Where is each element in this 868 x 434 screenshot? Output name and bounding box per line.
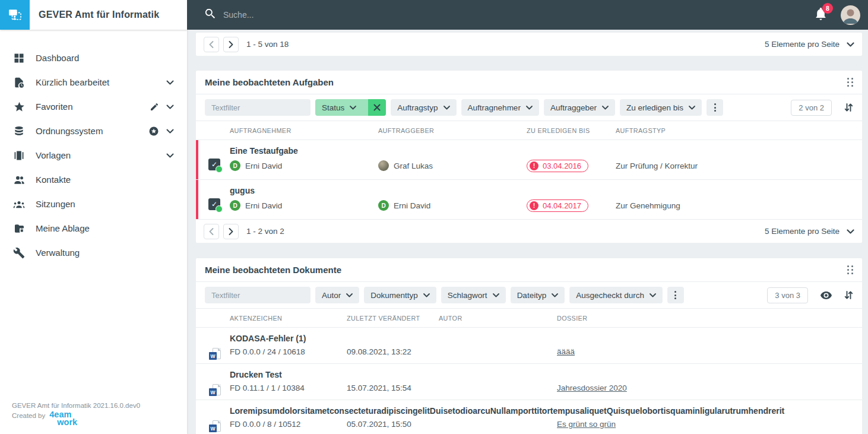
sidebar-item-kontakte[interactable]: Kontakte: [0, 167, 187, 192]
sort-icon[interactable]: [844, 290, 853, 300]
avatar: D: [230, 200, 240, 211]
last-modified: 05.07.2021, 15:50: [347, 420, 439, 429]
filter-auftragnehmer[interactable]: Auftragnehmer: [461, 99, 539, 116]
chevron-down-icon: [526, 106, 533, 110]
chevron-down-icon: [423, 293, 430, 297]
dashboard-icon: [12, 52, 26, 64]
sidebar-nav: Dashboard Kürzlich bearbeitet Favoriten: [0, 30, 187, 265]
textfilter-input[interactable]: [205, 99, 311, 116]
issuer: Graf Lukas: [378, 160, 527, 171]
dossier-link[interactable]: Es grünt so grün: [557, 420, 616, 429]
filter-schlagwort[interactable]: Schlagwort: [441, 287, 506, 303]
watched-tasks-panel: Meine beobachteten Aufgaben Status Auftr…: [196, 71, 862, 243]
avatar: [378, 160, 389, 171]
filter-auftragstyp[interactable]: Auftragstyp: [391, 99, 456, 116]
chevron-down-icon: [602, 106, 609, 110]
reference-number: FD 0.0.0 / 24 / 10618: [230, 347, 347, 356]
task-title[interactable]: gugus: [230, 186, 853, 195]
chevron-down-icon: [346, 293, 353, 297]
sidebar-item-verwaltung[interactable]: Verwaltung: [0, 240, 187, 265]
avatar[interactable]: [841, 5, 860, 25]
kebab-icon[interactable]: [667, 287, 684, 303]
panel-title: Meine beobachteten Dokumente: [205, 265, 341, 275]
assignee: D Erni David: [230, 200, 378, 211]
docs-table-header: AKTENZEICHEN ZULETZT VERÄNDERT AUTOR DOS…: [196, 309, 862, 328]
eye-icon[interactable]: [821, 292, 832, 299]
4teamwork-logo: 4eam work: [49, 411, 77, 426]
watched-documents-panel: Meine beobachteten Dokumente Autor Dokum…: [196, 258, 862, 434]
chevron-down-icon[interactable]: [166, 104, 174, 109]
panel-title: Meine beobachteten Aufgaben: [205, 77, 334, 87]
sidebar-item-kuerzlich-bearbeitet[interactable]: Kürzlich bearbeitet: [0, 70, 187, 94]
table-row[interactable]: ✓ Eine Testaufgabe D Erni David Graf Luk…: [196, 140, 862, 180]
sidebar-item-favoriten[interactable]: Favoriten: [0, 94, 187, 119]
word-document-icon: W: [209, 384, 221, 397]
wrench-icon: [12, 247, 26, 259]
chevron-down-icon[interactable]: [166, 129, 174, 134]
result-count: 2 von 2: [791, 100, 832, 116]
sort-icon[interactable]: [844, 103, 853, 112]
search-placeholder: Suche...: [223, 10, 254, 20]
textfilter-input[interactable]: [205, 287, 311, 303]
task-title[interactable]: Eine Testaufgabe: [230, 146, 853, 156]
sidebar-item-vorlagen[interactable]: Vorlagen: [0, 143, 187, 167]
table-row[interactable]: ✓ gugus D Erni David D Erni David ! 04.0…: [196, 180, 862, 220]
star-icon: [12, 101, 26, 113]
filter-auftraggeber[interactable]: Auftraggeber: [544, 99, 615, 116]
app-logo-icon[interactable]: [0, 0, 30, 30]
last-modified: 15.07.2021, 15:54: [347, 384, 439, 392]
result-count: 3 von 3: [767, 287, 808, 303]
main-content: 1 - 5 von 18 5 Elemente pro Seite Meine …: [187, 30, 868, 434]
reference-number: FD 0.11.1 / 1 / 10384: [230, 384, 347, 392]
sidebar-item-ordnungssystem[interactable]: Ordnungssystem: [0, 119, 187, 143]
reference-number: FD 0.0.0 / 8 / 10512: [230, 420, 347, 429]
drag-handle-icon[interactable]: [847, 78, 853, 87]
document-title[interactable]: Loremipsumdolorsitametconsecteturadipisc…: [230, 406, 853, 416]
word-document-icon: W: [209, 348, 221, 361]
top-bar: GEVER Amt für Informatik Suche... 8: [0, 0, 868, 30]
next-page-button[interactable]: [223, 37, 239, 52]
dossier-link[interactable]: Jahresdossier 2020: [557, 384, 627, 392]
table-row[interactable]: W KODASA-Fehler (1) FD 0.0.0 / 24 / 1061…: [196, 328, 862, 364]
search-input[interactable]: Suche...: [205, 8, 254, 21]
sidebar-item-meine-ablage[interactable]: Meine Ablage: [0, 216, 187, 240]
favorite-badge-icon[interactable]: [148, 126, 159, 137]
private-folder-icon: [12, 223, 26, 235]
table-row[interactable]: W Drucken Test FD 0.11.1 / 1 / 10384 15.…: [196, 364, 862, 400]
task-icon: ✓: [208, 198, 220, 210]
drag-handle-icon[interactable]: [847, 265, 853, 274]
per-page-selector[interactable]: 5 Elemente pro Seite: [765, 40, 854, 49]
filter-dokumenttyp[interactable]: Dokumenttyp: [364, 287, 436, 303]
filter-zu-erledigen-bis[interactable]: Zu erledigen bis: [620, 99, 702, 116]
sidebar-item-dashboard[interactable]: Dashboard: [0, 46, 187, 70]
next-page-button[interactable]: [223, 224, 239, 239]
assignee: D Erni David: [230, 160, 378, 171]
recent-document-icon: [12, 77, 26, 88]
brand-header: GEVER Amt für Informatik: [0, 0, 187, 30]
chevron-down-icon: [493, 293, 499, 297]
created-by-text: Created by: [12, 412, 45, 419]
chevron-down-icon[interactable]: [166, 80, 174, 85]
table-row[interactable]: W Loremipsumdolorsitametconsecteturadipi…: [196, 400, 862, 434]
templates-icon: [12, 150, 26, 161]
dossier-link[interactable]: ääää: [557, 347, 575, 356]
notifications-button[interactable]: 8: [815, 8, 826, 23]
search-icon: [205, 8, 216, 21]
chevron-down-icon[interactable]: [166, 153, 174, 158]
page-range-text: 1 - 5 von 18: [246, 40, 289, 49]
kebab-icon[interactable]: [707, 99, 723, 116]
sidebar-item-sitzungen[interactable]: Sitzungen: [0, 192, 187, 216]
per-page-selector[interactable]: 5 Elemente pro Seite: [765, 227, 854, 236]
document-title[interactable]: KODASA-Fehler (1): [230, 334, 853, 343]
filter-status-active[interactable]: Status: [315, 99, 386, 116]
prev-page-button[interactable]: [204, 224, 219, 239]
chevron-down-icon: [650, 293, 656, 297]
filter-dateityp[interactable]: Dateityp: [511, 287, 565, 303]
docs-filter-row: Autor Dokumenttyp Schlagwort Dateityp Au…: [196, 282, 862, 309]
filter-autor[interactable]: Autor: [315, 287, 359, 303]
pencil-icon[interactable]: [150, 102, 159, 112]
close-icon[interactable]: [368, 99, 386, 116]
prev-page-button[interactable]: [204, 37, 219, 52]
document-title[interactable]: Drucken Test: [230, 370, 853, 379]
filter-ausgecheckt-durch[interactable]: Ausgecheckt durch: [569, 287, 663, 303]
